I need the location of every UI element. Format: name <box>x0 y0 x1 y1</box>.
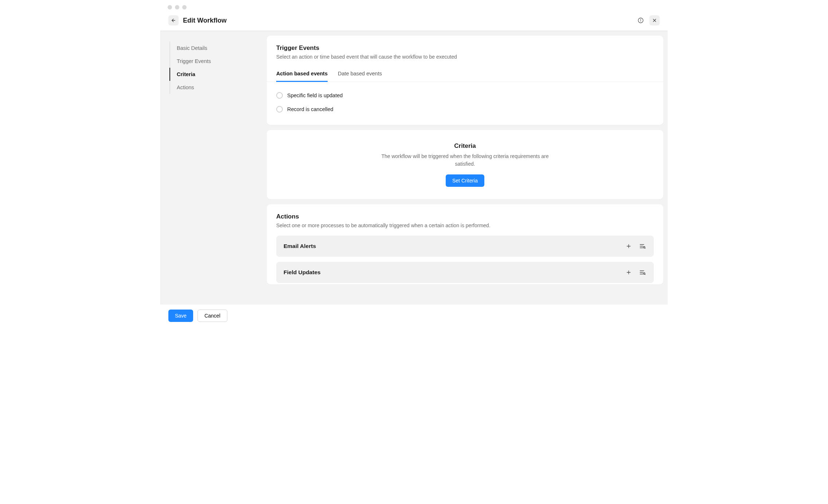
sidebar: Basic Details Trigger Events Criteria Ac… <box>160 31 262 304</box>
actions-card: Actions Select one or more processes to … <box>267 204 663 284</box>
option-record-cancelled[interactable]: Record is cancelled <box>276 102 654 116</box>
main-content: Trigger Events Select an action or time … <box>262 31 668 304</box>
footer: Save Cancel <box>160 304 668 327</box>
list-search-icon <box>639 269 646 276</box>
close-button[interactable] <box>649 15 660 25</box>
plus-icon <box>626 243 632 249</box>
actions-desc: Select one or more processes to be autom… <box>276 223 654 228</box>
action-block-title: Email Alerts <box>284 243 316 249</box>
plus-icon <box>626 269 632 275</box>
radio-icon <box>276 92 283 99</box>
add-email-alert-button[interactable] <box>625 242 633 250</box>
trigger-tabs: Action based events Date based events <box>267 67 663 82</box>
info-icon <box>637 17 644 24</box>
tab-action-based[interactable]: Action based events <box>276 67 328 82</box>
trigger-events-card: Trigger Events Select an action or time … <box>267 36 663 125</box>
criteria-desc: The workflow will be triggered when the … <box>381 153 549 168</box>
svg-line-12 <box>645 248 645 248</box>
trigger-events-desc: Select an action or time based event tha… <box>276 54 654 60</box>
criteria-title: Criteria <box>276 142 654 150</box>
list-field-updates-button[interactable] <box>638 268 647 276</box>
window-traffic-lights <box>160 0 668 12</box>
save-button[interactable]: Save <box>168 310 193 322</box>
trigger-events-title: Trigger Events <box>276 44 654 52</box>
page-header: Edit Workflow <box>160 12 668 31</box>
sidebar-item-trigger-events[interactable]: Trigger Events <box>169 55 262 68</box>
option-label: Record is cancelled <box>287 106 333 112</box>
close-icon <box>652 18 657 23</box>
tab-date-based[interactable]: Date based events <box>338 67 382 82</box>
list-search-icon <box>639 243 646 249</box>
arrow-left-icon <box>171 18 176 23</box>
list-email-alerts-button[interactable] <box>638 242 647 250</box>
add-field-update-button[interactable] <box>625 268 633 276</box>
back-button[interactable] <box>168 15 179 25</box>
info-button[interactable] <box>636 15 646 25</box>
action-block-email-alerts: Email Alerts <box>276 236 654 257</box>
page-title: Edit Workflow <box>183 17 636 24</box>
radio-icon <box>276 106 283 113</box>
svg-point-3 <box>641 19 641 20</box>
cancel-button[interactable]: Cancel <box>198 310 227 322</box>
criteria-card: Criteria The workflow will be triggered … <box>267 130 663 199</box>
set-criteria-button[interactable]: Set Criteria <box>446 174 484 187</box>
action-block-field-updates: Field Updates <box>276 262 654 283</box>
option-specific-field-updated[interactable]: Specific field is updated <box>276 88 654 102</box>
option-label: Specific field is updated <box>287 92 343 98</box>
sidebar-item-basic-details[interactable]: Basic Details <box>169 42 262 55</box>
sidebar-item-actions[interactable]: Actions <box>169 81 262 94</box>
actions-title: Actions <box>276 213 654 220</box>
sidebar-item-criteria[interactable]: Criteria <box>169 68 262 81</box>
svg-line-19 <box>645 274 645 275</box>
action-block-title: Field Updates <box>284 269 321 276</box>
